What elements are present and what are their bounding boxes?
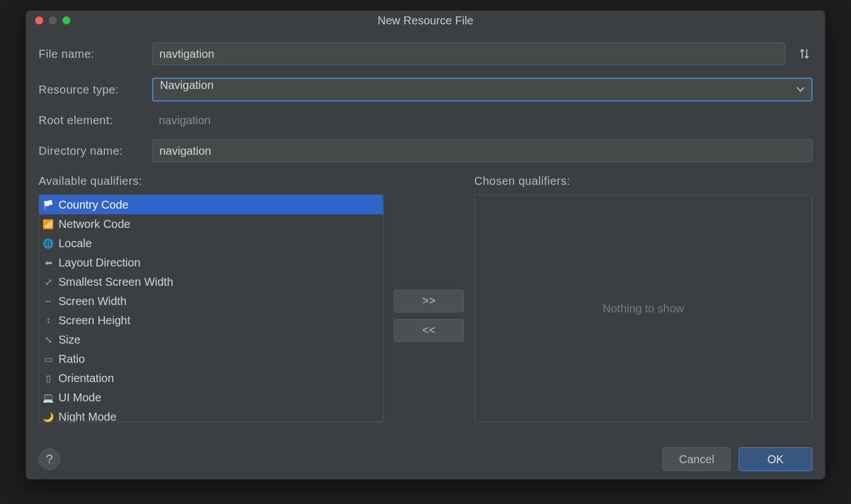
width-icon: ↔: [43, 295, 54, 307]
globe-icon: 🌐: [43, 238, 54, 249]
available-qualifiers-list[interactable]: 🏳️Country Code📶Network Code🌐Locale⬅Layou…: [39, 194, 384, 422]
resource-type-label: Resource type:: [39, 83, 152, 96]
file-name-input[interactable]: [152, 43, 785, 65]
qualifier-item-label: Night Mode: [58, 410, 116, 423]
window-controls: [35, 16, 70, 24]
qualifier-item-label: Ratio: [58, 353, 85, 366]
qualifier-item[interactable]: 📶Network Code: [39, 214, 383, 234]
height-icon: ↕: [43, 315, 54, 326]
qualifier-item-label: Size: [58, 333, 81, 346]
titlebar: New Resource File: [26, 11, 825, 30]
chosen-qualifiers-label: Chosen qualifiers:: [474, 175, 812, 188]
qualifier-item[interactable]: ⤡Size: [39, 330, 383, 349]
chosen-qualifiers-list[interactable]: Nothing to show: [474, 194, 812, 422]
close-window-button[interactable]: [35, 16, 43, 24]
resize-icon: ⤡: [43, 334, 54, 345]
sort-toggle-button[interactable]: [797, 48, 812, 60]
qualifier-item-label: Network Code: [58, 218, 130, 231]
arrow-left-icon: ⬅: [43, 257, 54, 268]
country-code-icon: 🏳️: [43, 199, 54, 210]
ok-button[interactable]: OK: [739, 447, 812, 471]
qualifier-item-label: Layout Direction: [58, 256, 141, 269]
ratio-icon: ▭: [43, 353, 54, 365]
sort-arrows-icon: [799, 48, 810, 60]
cancel-button[interactable]: Cancel: [663, 447, 731, 471]
dialog-title: New Resource File: [26, 14, 825, 27]
orientation-icon: ▯: [43, 372, 54, 384]
root-element-value: navigation: [152, 114, 210, 127]
qualifier-item[interactable]: ▯Orientation: [39, 369, 383, 388]
night-mode-icon: 🌙: [43, 411, 54, 422]
qualifier-item-label: Orientation: [58, 372, 114, 385]
qualifier-item[interactable]: ↕Screen Height: [39, 311, 383, 330]
root-element-label: Root element:: [39, 114, 152, 127]
qualifier-item[interactable]: ▭Ratio: [39, 349, 383, 369]
chosen-empty-text: Nothing to show: [603, 302, 684, 315]
qualifier-item-label: Smallest Screen Width: [58, 276, 173, 289]
qualifier-item[interactable]: 🏳️Country Code: [39, 195, 383, 214]
qualifier-item-label: UI Mode: [58, 391, 102, 404]
dialog-content: File name: Resource type: Navigation Roo…: [26, 30, 825, 439]
available-qualifiers-label: Available qualifiers:: [39, 175, 384, 188]
dialog-footer: ? Cancel OK: [26, 439, 825, 479]
qualifier-item-label: Screen Height: [58, 314, 130, 327]
qualifier-item[interactable]: ⤢Smallest Screen Width: [39, 272, 383, 291]
new-resource-file-dialog: New Resource File File name: Resource ty…: [26, 10, 825, 480]
network-code-icon: 📶: [43, 218, 54, 230]
directory-name-input[interactable]: [152, 139, 812, 162]
zoom-window-button[interactable]: [62, 16, 70, 24]
qualifier-item[interactable]: ⬅Layout Direction: [39, 253, 383, 272]
directory-name-label: Directory name:: [39, 145, 152, 158]
qualifier-item[interactable]: 🌐Locale: [39, 234, 383, 253]
file-name-label: File name:: [39, 48, 152, 61]
qualifier-item[interactable]: 🌙Night Mode: [39, 407, 383, 422]
qualifier-item-label: Locale: [58, 237, 92, 250]
qualifier-item-label: Screen Width: [58, 295, 127, 308]
qualifier-item-label: Country Code: [58, 198, 128, 211]
minimize-window-button[interactable]: [49, 16, 57, 24]
expand-icon: ⤢: [43, 276, 54, 287]
remove-qualifier-button[interactable]: <<: [394, 319, 464, 342]
ui-mode-icon: 💻: [43, 392, 54, 403]
resource-type-select[interactable]: Navigation: [152, 78, 812, 101]
add-qualifier-button[interactable]: >>: [394, 290, 464, 312]
qualifier-item[interactable]: 💻UI Mode: [39, 388, 383, 407]
help-button[interactable]: ?: [39, 448, 60, 470]
qualifier-item[interactable]: ↔Screen Width: [39, 291, 383, 311]
